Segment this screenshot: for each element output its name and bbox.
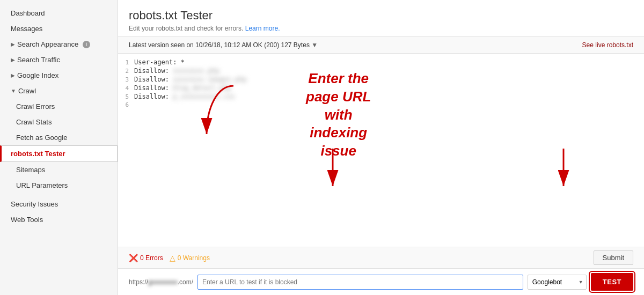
sidebar-item-security-issues[interactable]: Security Issues [0, 196, 118, 212]
warning-count-badge: △ 0 Warnings [170, 254, 210, 262]
code-line-6: 6 [118, 101, 644, 109]
info-icon: i [83, 41, 90, 48]
learn-more-link[interactable]: Learn more. [245, 25, 280, 32]
robots-editor[interactable]: 1 User-agent: * 2 Disallow: xxxxxxxx.php… [118, 54, 644, 247]
chevron-right-icon: ▶ [11, 41, 15, 47]
chevron-down-icon: ▼ [11, 88, 16, 94]
editor-area: 1 User-agent: * 2 Disallow: xxxxxxxx.php… [118, 54, 644, 295]
red-arrow-bottom-svg [317, 149, 349, 191]
sidebar-item-robots-txt-tester[interactable]: robots.txt Tester [0, 145, 118, 162]
sidebar-item-web-tools[interactable]: Web Tools [0, 212, 118, 227]
domain-blurred: gxxxxxxxx [148, 278, 178, 286]
sidebar-item-search-traffic[interactable]: ▶ Search Traffic [0, 52, 118, 68]
test-button[interactable]: TEST [591, 273, 633, 291]
sidebar-item-crawl-stats[interactable]: Crawl Stats [0, 114, 118, 130]
arrow-bottom-left-indicator [317, 149, 349, 193]
sidebar-item-crawl-errors[interactable]: Crawl Errors [0, 99, 118, 114]
status-bar: ❌ 0 Errors △ 0 Warnings Submit [118, 247, 644, 269]
red-arrow-test-svg [547, 149, 580, 191]
sidebar-item-crawl[interactable]: ▼ Crawl [0, 83, 118, 99]
code-line-5: 5 Disallow: p_xxxxxxxxxx.css [118, 92, 644, 101]
version-info[interactable]: Latest version seen on 10/26/18, 10:12 A… [129, 41, 318, 49]
url-input[interactable] [197, 275, 523, 290]
sidebar-item-google-index[interactable]: ▶ Google Index [0, 68, 118, 83]
error-count-badge: ❌ 0 Errors [129, 254, 163, 262]
see-live-link[interactable]: See live robots.txt [582, 41, 633, 49]
arrow-bottom-right-indicator [547, 149, 580, 193]
sidebar-item-messages[interactable]: Messages [0, 21, 118, 36]
error-icon: ❌ [129, 254, 138, 262]
version-toolbar: Latest version seen on 10/26/18, 10:12 A… [118, 37, 644, 54]
chevron-right-icon: ▶ [11, 57, 15, 63]
sidebar-item-search-appearance[interactable]: ▶ Search Appearance i [0, 36, 118, 52]
bot-select-wrapper: Googlebot [528, 275, 587, 290]
bot-select[interactable]: Googlebot [528, 275, 587, 290]
url-test-bar: https://gxxxxxxxx.com/ Googlebot TEST [118, 269, 644, 295]
main-content: robots.txt Tester Edit your robots.txt a… [118, 0, 644, 295]
code-line-1: 1 User-agent: * [118, 58, 644, 67]
code-line-4: 4 Disallow: blog_detail.php [118, 84, 644, 92]
sidebar-item-url-parameters[interactable]: URL Parameters [0, 178, 118, 193]
sidebar-item-dashboard[interactable]: Dashboard [0, 5, 118, 21]
page-title: robots.txt Tester [129, 9, 633, 23]
chevron-right-icon: ▶ [11, 72, 15, 78]
warning-icon: △ [170, 254, 175, 262]
page-subtitle: Edit your robots.txt and check for error… [129, 25, 633, 32]
sidebar-item-sitemaps[interactable]: Sitemaps [0, 162, 118, 178]
url-prefix: https://gxxxxxxxx.com/ [129, 278, 193, 286]
chevron-down-icon: ▼ [311, 41, 318, 49]
content-header: robots.txt Tester Edit your robots.txt a… [118, 0, 644, 37]
status-indicators: ❌ 0 Errors △ 0 Warnings [129, 254, 210, 262]
code-line-3: 3 Disallow: xxxxxxxx-images.php [118, 75, 644, 84]
submit-button[interactable]: Submit [594, 250, 633, 265]
sidebar-item-fetch-as-google[interactable]: Fetch as Google [0, 130, 118, 145]
sidebar: Dashboard Messages ▶ Search Appearance i… [0, 0, 118, 295]
code-line-2: 2 Disallow: xxxxxxxx.php [118, 67, 644, 75]
